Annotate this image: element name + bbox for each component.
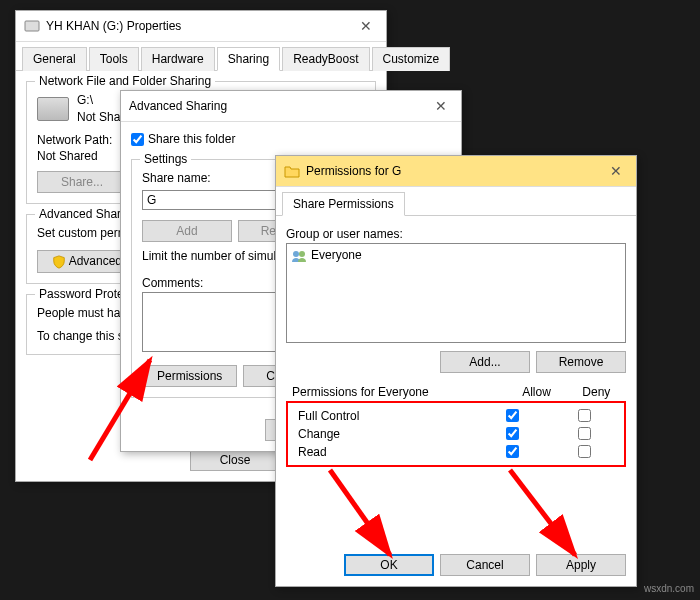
- ok-button[interactable]: OK: [344, 554, 434, 576]
- drive-thumbnail-icon: [37, 97, 69, 121]
- remove-user-button[interactable]: Remove: [536, 351, 626, 373]
- tab-share-permissions[interactable]: Share Permissions: [282, 192, 405, 216]
- permissions-window: Permissions for G ✕ Share Permissions Gr…: [275, 155, 637, 587]
- allow-header: Allow: [506, 383, 566, 401]
- allow-change[interactable]: [506, 427, 519, 440]
- drive-icon: [24, 18, 40, 34]
- deny-read[interactable]: [578, 445, 591, 458]
- svg-point-1: [293, 251, 299, 257]
- close-icon[interactable]: ✕: [346, 11, 386, 41]
- share-folder-label: Share this folder: [148, 132, 235, 146]
- cancel-button[interactable]: Cancel: [440, 554, 530, 576]
- permissions-button[interactable]: Permissions: [142, 365, 237, 387]
- permissions-title: Permissions for G: [306, 164, 628, 178]
- permissions-for-label: Permissions for Everyone: [286, 383, 506, 401]
- network-path-value: Not Shared: [37, 149, 98, 163]
- network-path-label: Network Path:: [37, 133, 112, 147]
- share-folder-checkbox[interactable]: Share this folder: [131, 132, 235, 146]
- group-names-label: Group or user names:: [286, 226, 626, 243]
- network-sharing-legend: Network File and Folder Sharing: [35, 74, 215, 88]
- add-share-button[interactable]: Add: [142, 220, 232, 242]
- tab-general[interactable]: General: [22, 47, 87, 71]
- close-button[interactable]: Close: [190, 449, 280, 471]
- permissions-titlebar: Permissions for G ✕: [276, 156, 636, 187]
- svg-rect-0: [25, 21, 39, 31]
- permissions-highlight: Full Control Change Read: [286, 401, 626, 467]
- deny-header: Deny: [567, 383, 626, 401]
- user-list[interactable]: Everyone: [286, 243, 626, 343]
- properties-titlebar: YH KHAN (G:) Properties ✕: [16, 11, 386, 42]
- advanced-sharing-title: Advanced Sharing: [129, 99, 453, 113]
- properties-title: YH KHAN (G:) Properties: [46, 19, 378, 33]
- share-button[interactable]: Share...: [37, 171, 127, 193]
- advanced-sharing-titlebar: Advanced Sharing ✕: [121, 91, 461, 122]
- watermark: wsxdn.com: [644, 583, 694, 594]
- perm-row-full-control: Full Control: [292, 407, 620, 425]
- deny-full-control[interactable]: [578, 409, 591, 422]
- tab-hardware[interactable]: Hardware: [141, 47, 215, 71]
- properties-tabs: General Tools Hardware Sharing ReadyBoos…: [16, 42, 386, 71]
- tab-customize[interactable]: Customize: [372, 47, 451, 71]
- permissions-table: Permissions for EveryoneAllowDeny: [286, 383, 626, 401]
- svg-point-2: [299, 251, 305, 257]
- apply-button[interactable]: Apply: [536, 554, 626, 576]
- allow-full-control[interactable]: [506, 409, 519, 422]
- close-icon[interactable]: ✕: [596, 156, 636, 186]
- add-user-button[interactable]: Add...: [440, 351, 530, 373]
- folder-icon: [284, 163, 300, 179]
- perm-row-read: Read: [292, 443, 620, 461]
- deny-change[interactable]: [578, 427, 591, 440]
- perm-row-change: Change: [292, 425, 620, 443]
- list-item[interactable]: Everyone: [291, 248, 621, 262]
- permissions-tabs: Share Permissions: [276, 187, 636, 216]
- close-icon[interactable]: ✕: [421, 91, 461, 121]
- allow-read[interactable]: [506, 445, 519, 458]
- tab-readyboost[interactable]: ReadyBoost: [282, 47, 369, 71]
- settings-legend: Settings: [140, 152, 191, 166]
- tab-tools[interactable]: Tools: [89, 47, 139, 71]
- user-everyone: Everyone: [311, 248, 362, 262]
- tab-sharing[interactable]: Sharing: [217, 47, 280, 71]
